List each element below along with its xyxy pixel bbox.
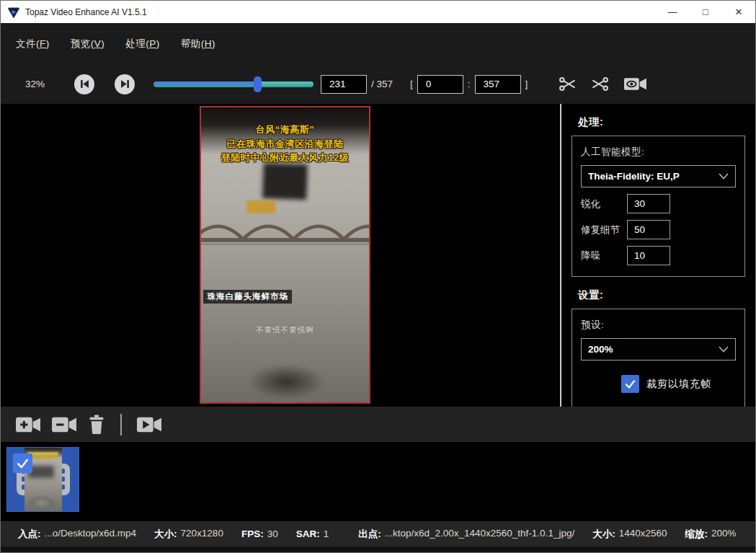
app-logo-icon bbox=[7, 6, 20, 19]
preset-group: 预设: 200% 裁剪以填充帧 bbox=[572, 309, 745, 410]
camera-eye-icon bbox=[624, 75, 648, 93]
preview-video-button[interactable] bbox=[624, 75, 648, 93]
settings-section-title: 设置: bbox=[578, 288, 745, 302]
slider-track-remaining bbox=[257, 81, 313, 87]
status-bar: 入点:...o/Desktop/x6d.mp4 大小:720x1280 FPS:… bbox=[1, 521, 755, 547]
slider-handle[interactable] bbox=[254, 76, 262, 92]
sharpen-row: 锐化 bbox=[581, 194, 736, 213]
ai-model-dropdown[interactable]: Theia-Fidelity: EU,P bbox=[581, 165, 736, 187]
range-bracket-open: [ bbox=[410, 79, 413, 89]
menu-help[interactable]: 帮助(H) bbox=[181, 37, 215, 50]
frame-total-label: / 357 bbox=[371, 79, 393, 89]
restore-detail-input[interactable] bbox=[627, 220, 670, 239]
current-frame-input[interactable] bbox=[321, 75, 367, 94]
status-sar: SAR:1 bbox=[296, 528, 329, 539]
status-out-point: 出点:...ktop/x6d_2.00x_1440x2560_thf-1.0.1… bbox=[358, 528, 574, 541]
crop-to-fill-label: 裁剪以填充帧 bbox=[646, 378, 711, 391]
delete-clip-button[interactable] bbox=[88, 415, 105, 434]
ai-model-group: 人工智能模型: Theia-Fidelity: EU,P 锐化 修复细节 降噪 bbox=[572, 136, 745, 277]
ai-model-value: Theia-Fidelity: EU,P bbox=[588, 171, 680, 182]
skip-back-icon bbox=[80, 79, 89, 89]
maximize-button[interactable]: □ bbox=[689, 1, 722, 23]
menu-preview[interactable]: 预览(V) bbox=[71, 37, 105, 50]
video-dark-object bbox=[262, 163, 307, 200]
preview-pane: 台风“海高斯” 已在珠海市金湾区沿海登陆 登陆时中心附近最大风力12级 珠海白藤… bbox=[1, 104, 561, 407]
processing-section-title: 处理: bbox=[578, 115, 745, 129]
sharpen-label: 锐化 bbox=[581, 198, 627, 211]
range-start-input[interactable] bbox=[417, 75, 463, 94]
slider-track-elapsed bbox=[154, 81, 257, 87]
status-fps: FPS:30 bbox=[241, 528, 278, 539]
range-colon: : bbox=[468, 79, 471, 89]
window-bottom-filler bbox=[1, 547, 755, 552]
trash-icon bbox=[88, 415, 105, 434]
checkmark-icon bbox=[16, 456, 30, 470]
zoom-level-label: 32% bbox=[25, 79, 54, 89]
restore-detail-label: 修复细节 bbox=[581, 224, 627, 236]
process-video-button[interactable] bbox=[137, 415, 162, 434]
video-preview[interactable]: 台风“海高斯” 已在珠海市金湾区沿海登陆 登陆时中心附近最大风力12级 珠海白藤… bbox=[200, 106, 370, 404]
camera-plus-icon bbox=[16, 415, 41, 434]
playback-toolbar: 32% / 357 [ : ] bbox=[1, 64, 755, 104]
clip-selected-checkbox[interactable] bbox=[13, 454, 32, 473]
remove-video-button[interactable] bbox=[52, 415, 77, 434]
camera-play-icon bbox=[137, 415, 162, 434]
ai-model-label: 人工智能模型: bbox=[581, 146, 736, 159]
status-input-size: 大小:720x1280 bbox=[154, 528, 223, 541]
video-caption: 不要慌不要慌啊 bbox=[201, 325, 369, 335]
video-bridge-silhouette bbox=[201, 212, 369, 250]
video-reflection bbox=[248, 364, 325, 399]
main-area: 台风“海高斯” 已在珠海市金湾区沿海登陆 登陆时中心附近最大风力12级 珠海白藤… bbox=[1, 104, 755, 407]
range-end-input[interactable] bbox=[475, 75, 521, 94]
trim-out-button[interactable] bbox=[590, 75, 610, 93]
clip-toolbar bbox=[1, 407, 755, 442]
next-frame-button[interactable] bbox=[115, 74, 135, 94]
menu-process[interactable]: 处理(P) bbox=[125, 37, 160, 50]
toolbar-divider bbox=[120, 414, 122, 435]
window-controls: — □ ✕ bbox=[656, 1, 755, 23]
checkmark-icon bbox=[624, 378, 636, 390]
restore-detail-row: 修复细节 bbox=[581, 220, 736, 239]
previous-frame-button[interactable] bbox=[74, 74, 94, 94]
close-button[interactable]: ✕ bbox=[722, 1, 755, 23]
preset-label: 预设: bbox=[581, 319, 736, 332]
range-bracket-close: ] bbox=[525, 79, 528, 89]
status-in-point: 入点:...o/Desktop/x6d.mp4 bbox=[18, 528, 136, 541]
trim-in-button[interactable] bbox=[558, 75, 577, 93]
window-title: Topaz Video Enhance AI V1.5.1 bbox=[25, 7, 147, 17]
camera-minus-icon bbox=[52, 415, 77, 434]
sharpen-input[interactable] bbox=[627, 194, 670, 213]
preset-value: 200% bbox=[588, 344, 613, 355]
crop-to-fill-checkbox[interactable] bbox=[621, 375, 639, 393]
video-overlay-headline: 台风“海高斯” 已在珠海市金湾区沿海登陆 登陆时中心附近最大风力12级 bbox=[201, 123, 369, 165]
denoise-label: 降噪 bbox=[581, 249, 627, 262]
title-bar: Topaz Video Enhance AI V1.5.1 — □ ✕ bbox=[1, 1, 755, 23]
video-location-label: 珠海白藤头海鲜市场 bbox=[203, 290, 292, 304]
clip-list bbox=[1, 442, 755, 521]
denoise-row: 降噪 bbox=[581, 246, 736, 265]
menu-file[interactable]: 文件(F) bbox=[16, 37, 50, 50]
status-output-size: 大小:1440x2560 bbox=[592, 528, 667, 541]
video-content: 台风“海高斯” 已在珠海市金湾区沿海登陆 登陆时中心附近最大风力12级 珠海白藤… bbox=[201, 107, 369, 402]
denoise-input[interactable] bbox=[627, 246, 670, 265]
minimize-button[interactable]: — bbox=[656, 1, 689, 23]
skip-forward-icon bbox=[120, 79, 130, 89]
status-scale: 缩放:200% bbox=[685, 528, 737, 541]
add-video-button[interactable] bbox=[16, 415, 41, 434]
preset-dropdown[interactable]: 200% bbox=[581, 338, 736, 360]
scissors-right-icon bbox=[590, 75, 610, 93]
timeline-slider[interactable] bbox=[154, 81, 313, 87]
settings-panel: 处理: 人工智能模型: Theia-Fidelity: EU,P 锐化 修复细节 bbox=[561, 104, 755, 407]
chevron-down-icon bbox=[719, 173, 729, 180]
chevron-down-icon bbox=[719, 346, 729, 353]
menu-bar: 文件(F) 预览(V) 处理(P) 帮助(H) bbox=[1, 23, 755, 64]
app-window: Topaz Video Enhance AI V1.5.1 — □ ✕ 文件(F… bbox=[0, 0, 756, 553]
clip-item-selected[interactable] bbox=[6, 447, 79, 512]
crop-to-fill-row: 裁剪以填充帧 bbox=[581, 375, 736, 393]
scissors-left-icon bbox=[558, 75, 577, 93]
